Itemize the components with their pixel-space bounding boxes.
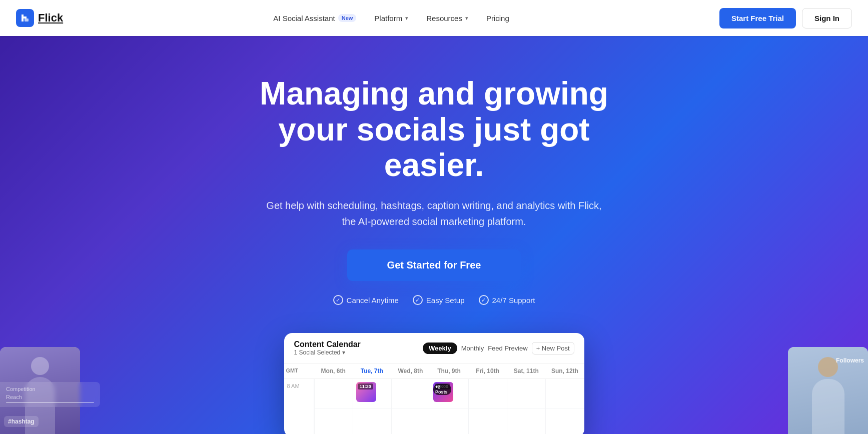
cal-cell-tue-9 xyxy=(353,409,391,434)
side-photo-right: Followers xyxy=(788,347,868,434)
logo[interactable]: Flick xyxy=(16,9,63,27)
post-time-label: 11:20 xyxy=(358,384,373,390)
badge-cancel: ✓ Cancel Anytime xyxy=(333,295,399,305)
calendar-grid: GMT Mon, 6th Tue, 7th Wed, 8th Thu, 9th … xyxy=(284,364,584,434)
svg-rect-0 xyxy=(25,18,29,22)
tab-weekly[interactable]: Weekly xyxy=(423,342,457,354)
time-9am xyxy=(284,409,314,434)
cal-cell-thu-8[interactable]: 09:00 +2 Posts xyxy=(430,379,468,409)
brand-name: Flick xyxy=(38,12,63,24)
cal-cell-wed-9 xyxy=(391,409,430,434)
cal-cell-thu-9 xyxy=(430,409,468,434)
day-fri: Fri, 10th xyxy=(468,364,507,379)
day-mon: Mon, 6th xyxy=(314,364,353,379)
card-title: Content Calendar xyxy=(294,340,361,349)
logo-icon xyxy=(16,9,34,27)
check-icon: ✓ xyxy=(479,295,489,305)
card-header: Content Calendar 1 Social Selected ▾ Wee… xyxy=(284,333,584,364)
cal-cell-sat-8 xyxy=(507,379,545,409)
new-post-button[interactable]: + New Post xyxy=(532,342,574,354)
day-wed: Wed, 8th xyxy=(391,364,430,379)
day-sat: Sat, 11th xyxy=(507,364,545,379)
check-icon: ✓ xyxy=(413,295,423,305)
sign-in-button[interactable]: Sign In xyxy=(802,8,852,28)
check-icon: ✓ xyxy=(333,295,343,305)
start-free-trial-button[interactable]: Start Free Trial xyxy=(719,8,796,28)
day-thu: Thu, 9th xyxy=(430,364,468,379)
card-header-right: Weekly Monthly Feed Preview + New Post xyxy=(423,342,574,354)
nav-platform[interactable]: Platform ▾ xyxy=(366,10,416,26)
post-thumb-thu[interactable]: 09:00 +2 Posts xyxy=(433,382,453,402)
nav-links: AI Social Assistant New Platform ▾ Resou… xyxy=(63,10,719,26)
tab-monthly[interactable]: Monthly xyxy=(461,344,484,352)
cal-cell-mon-9 xyxy=(314,409,353,434)
chevron-down-icon: ▾ xyxy=(405,15,408,22)
chevron-down-icon: ▾ xyxy=(342,349,345,356)
hero-subtitle: Get help with scheduling, hashtags, capt… xyxy=(259,198,609,230)
post-thumb-tue[interactable]: 11:20 xyxy=(356,382,376,402)
new-badge: New xyxy=(338,14,357,22)
competition-overlay: Competition Reach xyxy=(0,382,100,407)
time-8am: 8 AM xyxy=(284,379,314,409)
nav-actions: Start Free Trial Sign In xyxy=(719,8,852,28)
hero-section: #hashtag Competition Reach Followers Man… xyxy=(0,36,868,434)
cal-cell-wed-8 xyxy=(391,379,430,409)
navbar: Flick AI Social Assistant New Platform ▾… xyxy=(0,0,868,36)
calendar-card: Content Calendar 1 Social Selected ▾ Wee… xyxy=(284,333,584,434)
cal-cell-sun-9 xyxy=(545,409,584,434)
day-sun: Sun, 12th xyxy=(545,364,584,379)
cal-cell-sun-8 xyxy=(545,379,584,409)
tab-feed[interactable]: Feed Preview xyxy=(488,344,527,352)
nav-resources[interactable]: Resources ▾ xyxy=(418,10,476,26)
hero-badges: ✓ Cancel Anytime ✓ Easy Setup ✓ 24/7 Sup… xyxy=(333,295,535,305)
nav-pricing[interactable]: Pricing xyxy=(478,10,517,26)
get-started-button[interactable]: Get Started for Free xyxy=(347,250,521,281)
day-tue: Tue, 7th xyxy=(353,364,391,379)
nav-ai-social[interactable]: AI Social Assistant New xyxy=(265,10,364,26)
hero-title: Managing and growing your socials just g… xyxy=(229,76,639,184)
cal-cell-sat-9 xyxy=(507,409,545,434)
card-subtitle: 1 Social Selected ▾ xyxy=(294,349,361,356)
chevron-down-icon: ▾ xyxy=(465,15,468,22)
cal-cell-tue-8[interactable]: 11:20 xyxy=(353,379,391,409)
hashtag-overlay: #hashtag xyxy=(4,416,39,427)
badge-setup: ✓ Easy Setup xyxy=(413,295,465,305)
cal-cell-fri-8 xyxy=(468,379,507,409)
cal-cell-mon-8 xyxy=(314,379,353,409)
badge-support: ✓ 24/7 Support xyxy=(479,295,535,305)
cal-cell-fri-9 xyxy=(468,409,507,434)
followers-overlay-label: Followers xyxy=(836,357,864,364)
gmt-label: GMT xyxy=(284,364,314,379)
extra-posts-badge: +2 Posts xyxy=(433,384,451,395)
